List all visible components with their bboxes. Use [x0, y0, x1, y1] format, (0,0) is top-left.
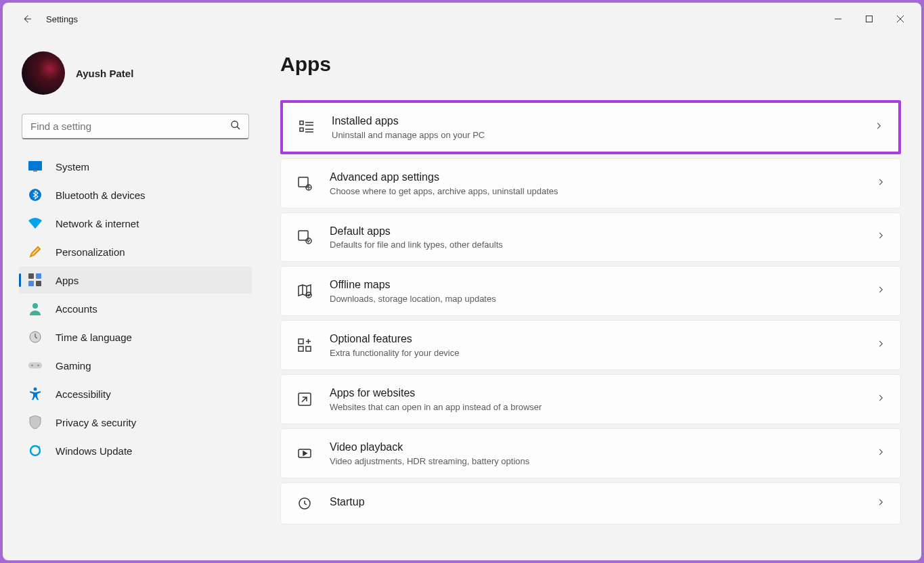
card-subtitle: Uninstall and manage apps on your PC — [332, 130, 858, 140]
titlebar-left: Settings — [8, 11, 78, 27]
close-icon — [897, 16, 904, 22]
card-startup[interactable]: Startup — [280, 482, 901, 524]
sidebar-item-time-language[interactable]: Time & language — [19, 323, 252, 351]
sidebar-item-accessibility[interactable]: Accessibility — [19, 380, 252, 407]
card-video-playback[interactable]: Video playback Video adjustments, HDR st… — [280, 428, 901, 478]
sidebar-item-label: Time & language — [56, 332, 132, 343]
personalization-icon — [28, 245, 42, 258]
minimize-button[interactable] — [822, 8, 854, 30]
accessibility-icon — [28, 387, 42, 401]
back-button[interactable] — [19, 11, 35, 27]
card-text: Video playback Video adjustments, HDR st… — [330, 441, 860, 466]
card-subtitle: Extra functionality for your device — [330, 348, 860, 358]
svg-rect-25 — [306, 346, 311, 351]
user-profile[interactable]: Ayush Patel — [19, 35, 252, 114]
system-icon — [28, 160, 42, 173]
card-apps-for-websites[interactable]: Apps for websites Websites that can open… — [280, 374, 901, 424]
card-title: Startup — [330, 495, 860, 510]
search-input[interactable] — [22, 114, 249, 139]
sidebar-item-accounts[interactable]: Accounts — [19, 295, 252, 322]
card-title: Default apps — [330, 225, 860, 239]
sidebar-item-label: Network & internet — [56, 218, 139, 229]
card-text: Advanced app settings Choose where to ge… — [330, 171, 860, 196]
update-icon — [28, 444, 42, 457]
sidebar-item-gaming[interactable]: Gaming — [19, 352, 252, 379]
apps-icon — [28, 273, 42, 287]
sidebar-item-system[interactable]: System — [19, 153, 252, 180]
titlebar: Settings — [3, 3, 921, 35]
card-title: Offline maps — [330, 278, 860, 292]
sidebar-item-network[interactable]: Network & internet — [19, 210, 252, 237]
sidebar-item-personalization[interactable]: Personalization — [19, 238, 252, 265]
card-title: Video playback — [330, 441, 860, 455]
svg-rect-0 — [866, 16, 873, 22]
sidebar-item-label: Gaming — [56, 360, 91, 371]
card-offline-maps[interactable]: Offline maps Downloads, storage location… — [280, 266, 901, 316]
chevron-right-icon — [876, 393, 885, 405]
svg-point-9 — [32, 303, 38, 309]
user-name: Ayush Patel — [76, 68, 133, 79]
avatar — [22, 51, 65, 95]
card-default-apps[interactable]: Default apps Defaults for file and link … — [280, 212, 901, 263]
back-arrow-icon — [21, 13, 33, 25]
svg-rect-8 — [36, 281, 41, 286]
svg-rect-6 — [36, 273, 41, 279]
sidebar-item-apps[interactable]: Apps — [19, 267, 252, 294]
accounts-icon — [28, 302, 42, 315]
card-title: Apps for websites — [330, 386, 860, 401]
svg-rect-5 — [28, 273, 34, 279]
card-text: Optional features Extra functionality fo… — [330, 332, 860, 358]
sidebar-item-label: Accessibility — [56, 388, 111, 400]
content-area: Ayush Patel System — [3, 35, 921, 560]
card-text: Installed apps Uninstall and manage apps… — [332, 114, 858, 140]
card-text: Offline maps Downloads, storage location… — [330, 278, 860, 304]
default-apps-icon — [296, 228, 313, 246]
installed-apps-icon — [298, 118, 315, 136]
svg-rect-24 — [299, 346, 303, 351]
card-optional-features[interactable]: Optional features Extra functionality fo… — [280, 320, 901, 370]
minimize-icon — [835, 16, 841, 22]
privacy-icon — [28, 415, 42, 429]
settings-cards: Installed apps Uninstall and manage apps… — [280, 100, 901, 524]
chevron-right-icon — [876, 339, 885, 351]
maximize-button[interactable] — [854, 8, 885, 30]
startup-icon — [296, 495, 313, 512]
svg-rect-11 — [28, 362, 42, 368]
svg-point-1 — [232, 121, 238, 127]
window-controls — [822, 8, 916, 30]
bluetooth-icon — [28, 188, 42, 202]
card-subtitle: Defaults for file and link types, other … — [330, 240, 860, 250]
maximize-icon — [866, 16, 873, 22]
card-text: Apps for websites Websites that can open… — [330, 386, 860, 412]
svg-point-13 — [37, 365, 39, 367]
card-title: Installed apps — [332, 114, 858, 129]
sidebar-item-label: Windows Update — [56, 445, 132, 457]
nav-list: System Bluetooth & devices Network & int… — [19, 153, 252, 464]
time-language-icon — [28, 330, 42, 344]
close-button[interactable] — [885, 8, 916, 30]
sidebar: Ayush Patel System — [3, 35, 260, 560]
settings-window: Settings Ayush Patel — [3, 3, 921, 560]
sidebar-item-privacy[interactable]: Privacy & security — [19, 409, 252, 436]
video-playback-icon — [296, 445, 313, 462]
optional-features-icon — [296, 336, 313, 354]
main-panel: Apps Installed apps Uninstall and manage… — [260, 35, 921, 560]
app-title: Settings — [46, 14, 78, 24]
card-subtitle: Downloads, storage location, map updates — [330, 294, 860, 304]
svg-rect-2 — [28, 161, 42, 171]
chevron-right-icon — [876, 285, 885, 297]
page-title: Apps — [280, 53, 901, 76]
search-icon — [230, 120, 241, 133]
card-advanced-app-settings[interactable]: Advanced app settings Choose where to ge… — [280, 158, 901, 208]
card-text: Startup — [330, 495, 860, 511]
gaming-icon — [28, 359, 42, 372]
sidebar-item-bluetooth[interactable]: Bluetooth & devices — [19, 181, 252, 208]
svg-point-12 — [31, 365, 33, 367]
sidebar-item-label: Bluetooth & devices — [56, 189, 146, 201]
offline-maps-icon — [296, 282, 313, 300]
card-title: Advanced app settings — [330, 171, 860, 185]
sidebar-item-windows-update[interactable]: Windows Update — [19, 437, 252, 464]
card-installed-apps[interactable]: Installed apps Uninstall and manage apps… — [280, 100, 901, 154]
sidebar-item-label: Apps — [56, 275, 79, 286]
chevron-right-icon — [876, 231, 885, 243]
